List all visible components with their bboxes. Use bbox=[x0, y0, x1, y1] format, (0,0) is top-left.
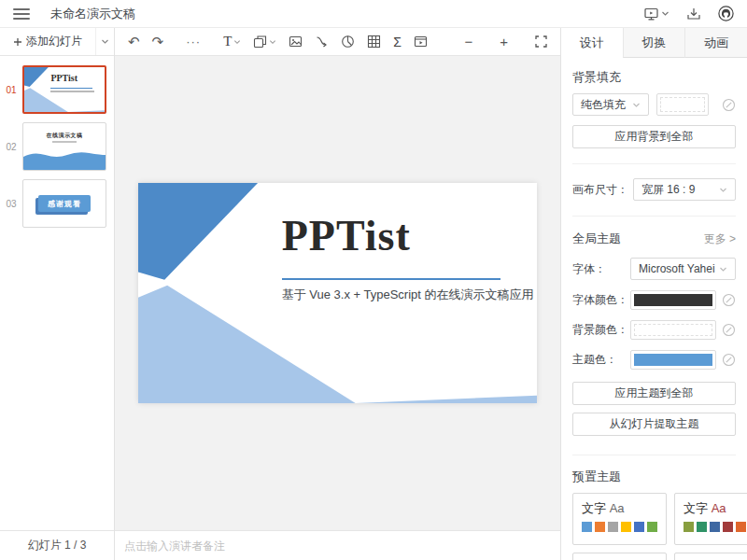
fit-screen-icon[interactable] bbox=[535, 35, 547, 48]
slide-thumbnail-2[interactable]: 在线演示文稿 bbox=[22, 122, 106, 171]
line-tool-icon bbox=[315, 35, 329, 49]
thumb-cover-subtitle-bar bbox=[50, 91, 93, 92]
palette-swatch bbox=[723, 522, 733, 532]
eyedropper-icon[interactable] bbox=[722, 323, 736, 337]
theme-color-picker[interactable] bbox=[630, 350, 716, 370]
palette-swatch bbox=[621, 522, 631, 532]
redo-icon[interactable]: ↷ bbox=[152, 35, 164, 49]
formula-tool-icon: Σ bbox=[393, 35, 402, 49]
fill-type-select[interactable]: 纯色填充 bbox=[572, 93, 649, 116]
document-title[interactable]: 未命名演示文稿 bbox=[50, 6, 135, 22]
insert-image-button[interactable] bbox=[289, 35, 303, 49]
current-slide[interactable]: PPTist 基于 Vue 3.x + TypeScript 的在线演示文稿应用 bbox=[138, 183, 537, 403]
present-button[interactable] bbox=[643, 7, 669, 21]
palette-swatch bbox=[634, 522, 644, 532]
speaker-notes-input[interactable] bbox=[124, 539, 551, 553]
preset-themes-label: 预置主题 bbox=[572, 469, 736, 485]
github-link[interactable] bbox=[718, 6, 734, 21]
chevron-down-icon bbox=[632, 101, 641, 109]
presentation-screen-icon bbox=[643, 7, 659, 21]
canvas-size-select[interactable]: 宽屏 16 : 9 bbox=[633, 178, 736, 201]
theme-card[interactable]: 文字 Aa bbox=[674, 553, 747, 560]
tab-transition[interactable]: 切换 bbox=[623, 28, 685, 58]
apply-theme-all-button[interactable]: 应用主题到全部 bbox=[572, 382, 736, 405]
insert-chart-button[interactable] bbox=[341, 35, 355, 49]
panel-tabs: 设计 切换 动画 bbox=[561, 28, 747, 58]
slide-divider-line bbox=[282, 278, 500, 280]
eyedropper-icon[interactable] bbox=[722, 353, 736, 367]
bg-color-swatch bbox=[634, 324, 712, 336]
tab-animation[interactable]: 动画 bbox=[684, 28, 747, 58]
palette-swatch bbox=[684, 522, 694, 532]
image-tool-icon bbox=[289, 35, 303, 49]
more-tools-icon[interactable]: ··· bbox=[186, 35, 201, 49]
app-header: 未命名演示文稿 bbox=[0, 0, 747, 28]
insert-formula-button[interactable]: Σ bbox=[393, 35, 402, 49]
palette-swatch bbox=[595, 522, 605, 532]
apply-background-all-button[interactable]: 应用背景到全部 bbox=[572, 125, 736, 148]
theme-card-sample-text: 文字 Aa bbox=[684, 500, 747, 517]
theme-card-palette bbox=[684, 522, 747, 532]
slide-thumbnail-1[interactable]: PPTist bbox=[22, 65, 106, 114]
slide-canvas-area[interactable]: PPTist 基于 Vue 3.x + TypeScript 的在线演示文稿应用 bbox=[115, 56, 560, 530]
speaker-notes-bar bbox=[115, 530, 560, 560]
canvas-size-label: 画布尺寸： bbox=[572, 182, 628, 198]
github-icon bbox=[718, 6, 734, 21]
theme-card[interactable]: 文字 Aa bbox=[572, 493, 667, 545]
theme-color-label: 主题色： bbox=[572, 352, 630, 368]
chevron-down-icon bbox=[269, 38, 276, 46]
slide-title-text[interactable]: PPTist bbox=[282, 211, 411, 260]
font-color-swatch bbox=[634, 294, 712, 306]
insert-table-button[interactable] bbox=[367, 35, 381, 49]
background-color-picker[interactable] bbox=[656, 93, 709, 116]
zoom-out-icon[interactable]: − bbox=[464, 34, 472, 49]
theme-card[interactable]: 文字 Aa bbox=[572, 553, 667, 560]
thumb2-title: 在线演示文稿 bbox=[23, 132, 106, 140]
thumbnail-row-3: 03 感谢观看 bbox=[0, 179, 114, 228]
extract-theme-button[interactable]: 从幻灯片提取主题 bbox=[572, 413, 736, 436]
background-fill-label: 背景填充 bbox=[572, 69, 736, 86]
download-icon bbox=[686, 7, 701, 21]
theme-card-palette bbox=[582, 522, 657, 532]
chevron-down-icon bbox=[661, 9, 669, 18]
chevron-down-icon bbox=[101, 37, 109, 46]
global-theme-label: 全局主题 bbox=[572, 231, 621, 247]
theme-card[interactable]: 文字 Aa bbox=[674, 493, 747, 545]
slide-thumbnails-panel: 添加幻灯片 01 PPTist 02 在 bbox=[0, 28, 115, 560]
chevron-down-icon bbox=[233, 38, 241, 46]
main-menu-icon[interactable] bbox=[13, 8, 30, 20]
palette-swatch bbox=[697, 522, 707, 532]
palette-swatch bbox=[736, 522, 746, 532]
add-slide-button[interactable]: 添加幻灯片 bbox=[0, 28, 95, 55]
chevron-down-icon bbox=[719, 186, 727, 194]
editor-toolbar: ↶ ↷ ··· T bbox=[115, 28, 560, 56]
bg-color-picker[interactable] bbox=[630, 320, 716, 340]
chevron-down-icon bbox=[719, 265, 727, 273]
eyedropper-icon[interactable] bbox=[722, 293, 736, 307]
slide-thumbnail-3[interactable]: 感谢观看 bbox=[22, 179, 106, 228]
undo-icon[interactable]: ↶ bbox=[128, 35, 140, 49]
export-button[interactable] bbox=[686, 7, 701, 21]
thumb2-subtitle-bar bbox=[52, 141, 77, 143]
add-slide-dropdown[interactable] bbox=[95, 28, 114, 55]
tab-design[interactable]: 设计 bbox=[561, 28, 623, 58]
thumbnail-list: 01 PPTist 02 在线演示文稿 bbox=[0, 56, 114, 530]
zoom-in-icon[interactable]: + bbox=[500, 34, 508, 49]
insert-text-button[interactable]: T bbox=[223, 34, 241, 49]
theme-more-link[interactable]: 更多 > bbox=[704, 231, 736, 247]
text-tool-icon: T bbox=[223, 34, 232, 49]
plus-icon bbox=[13, 37, 22, 47]
font-label: 字体： bbox=[572, 261, 630, 277]
font-select[interactable]: Microsoft Yahei bbox=[630, 258, 736, 280]
insert-shape-button[interactable] bbox=[253, 35, 276, 49]
eyedropper-icon[interactable] bbox=[722, 98, 736, 112]
bg-color-label: 背景颜色： bbox=[572, 322, 630, 338]
slide-subtitle-text[interactable]: 基于 Vue 3.x + TypeScript 的在线演示文稿应用 bbox=[282, 287, 534, 303]
insert-media-button[interactable] bbox=[414, 35, 428, 49]
font-color-picker[interactable] bbox=[630, 290, 716, 310]
thumb-cover-title: PPTist bbox=[50, 73, 78, 83]
font-color-label: 字体颜色： bbox=[572, 292, 630, 308]
insert-line-button[interactable] bbox=[315, 35, 329, 49]
palette-swatch bbox=[710, 522, 720, 532]
thumb-cover-divider bbox=[50, 88, 92, 89]
